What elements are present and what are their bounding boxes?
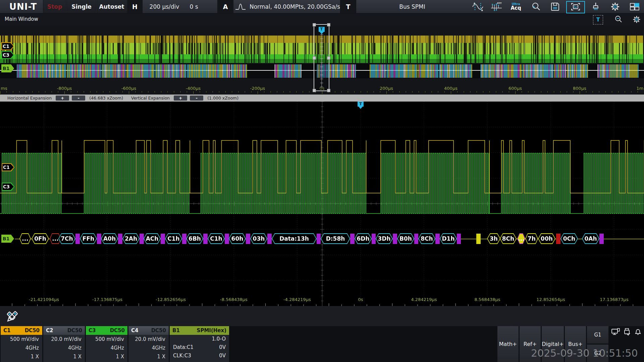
b1-bus-badge[interactable]: B1 xyxy=(1,235,14,243)
v-zoom-readout: (1.000 xZoom) xyxy=(207,96,238,101)
h-expansion-plus-button[interactable]: + xyxy=(56,96,69,101)
bus-separator-bar xyxy=(118,234,122,244)
v-expansion-plus-button[interactable]: + xyxy=(174,96,187,101)
axis-tick-label: 600µs xyxy=(508,86,522,91)
bus-frame: 3Dh xyxy=(376,233,393,244)
axis-tick-label: -4.284219µs xyxy=(283,297,311,302)
bus-card-b1[interactable]: B1 SPMI(Hex) 1.0-O Data:C1 0V CLK:C3 0V xyxy=(170,326,229,362)
c1-channel-badge[interactable]: C1 xyxy=(2,163,14,171)
screenshot-icon[interactable] xyxy=(567,0,584,13)
axis-tick-label: 200µs xyxy=(380,86,393,91)
box-handle[interactable] xyxy=(327,89,330,92)
bus-frame: 0Ch xyxy=(560,233,578,244)
text-annotation-icon[interactable]: T xyxy=(593,15,603,24)
bus-frame: ... xyxy=(517,233,525,244)
window-menubar: Main Window T xyxy=(0,13,644,25)
ultra-acq-icon[interactable]: Ultra Acq xyxy=(507,0,525,13)
c3-channel-badge[interactable]: C3 xyxy=(2,183,14,191)
c3-probe: 1 X xyxy=(86,352,127,361)
bus-separator-bar xyxy=(599,234,604,244)
trigger-menu-button[interactable]: T xyxy=(340,0,356,13)
v-expansion-label: Vertical Expansion xyxy=(131,96,170,101)
lower-tools-row xyxy=(0,306,644,326)
bus-frame: A0h xyxy=(101,233,118,244)
c4-scale: 20.0 mV/div xyxy=(128,335,169,344)
channel-card-c1[interactable]: C1 DC50 500 mV/div 4GHz 1 X xyxy=(1,326,42,362)
settings-icon-small[interactable] xyxy=(632,15,641,24)
acquire-menu-button[interactable]: A xyxy=(217,0,233,13)
axis-tick-label: 0s xyxy=(358,297,363,302)
bus-separator-bar xyxy=(414,234,418,244)
g1-group-button[interactable]: G1 xyxy=(587,326,608,344)
bus-frame: 6Bh xyxy=(186,233,203,244)
annotation-pencils-icon[interactable] xyxy=(5,310,19,324)
overview-c1-badge[interactable]: C1 xyxy=(1,42,14,50)
horizontal-menu-button[interactable]: H xyxy=(127,0,143,13)
bus-separator-bar xyxy=(393,234,397,244)
bus-frame: B0h xyxy=(397,233,414,244)
axis-tick-label: 8.568438µs xyxy=(474,297,500,302)
channel-card-c4[interactable]: C4 DC50 20.0 mV/div 4GHz 1 X xyxy=(128,326,169,362)
acquisition-readout[interactable]: Normal, 40.00MPts, 20.00GSa/s xyxy=(235,0,340,13)
single-button[interactable]: Single xyxy=(67,0,96,13)
autoset-button[interactable]: Autoset xyxy=(97,0,127,13)
run-stop-button[interactable]: Stop xyxy=(43,0,66,13)
display-output-icon[interactable] xyxy=(611,328,620,336)
bus-frame: C1h xyxy=(208,233,225,244)
box-handle[interactable] xyxy=(327,23,330,26)
overview-b1-badge[interactable]: B1 xyxy=(1,64,14,72)
clear-icon[interactable] xyxy=(587,0,604,13)
timebase-readout[interactable]: 200 µs/div xyxy=(144,0,184,13)
search-icon[interactable] xyxy=(527,0,545,13)
v-expansion-minus-button[interactable]: - xyxy=(190,96,203,101)
trigger-readout[interactable]: Bus SPMI xyxy=(356,0,468,13)
box-handle[interactable] xyxy=(327,56,330,60)
zoom-window-box[interactable]: T xyxy=(314,24,329,91)
bus-separator-bar xyxy=(246,234,250,244)
screenshot-active-frame xyxy=(566,1,585,13)
bus-frame: 0Ah xyxy=(582,233,599,244)
display-layout-icon[interactable] xyxy=(626,0,643,13)
main-graticule[interactable]: T C1 C3 B1 ...0Fh...7ChFFhA0h2AhAChC1h6B… xyxy=(0,102,644,306)
c2-bandwidth: 4GHz xyxy=(43,344,85,352)
status-icon-tray xyxy=(611,328,643,336)
usb-device-icon[interactable] xyxy=(623,328,631,336)
box-handle[interactable] xyxy=(313,56,316,60)
axis-tick-label: -400µs xyxy=(186,86,201,91)
h-expansion-minus-button[interactable]: - xyxy=(72,96,85,101)
c4-bandwidth: 4GHz xyxy=(128,344,169,352)
main-trigger-flag[interactable]: T xyxy=(358,102,364,107)
bus-frame: ... xyxy=(19,233,31,244)
fft-icon[interactable]: FFT xyxy=(488,0,505,13)
channel-card-c3[interactable]: C3 DC50 500 mV/div 4GHz 1 X xyxy=(86,326,127,362)
bus-frame: 8Ch xyxy=(500,233,517,244)
notification-bell-icon[interactable] xyxy=(634,328,642,336)
overview-c3-badge[interactable]: C3 xyxy=(1,51,14,59)
cursors-icon[interactable]: A B xyxy=(469,0,487,13)
horizontal-offset-readout[interactable]: 0 s xyxy=(184,0,204,13)
math-add-button[interactable]: Math+ xyxy=(497,326,519,362)
save-icon[interactable] xyxy=(546,0,564,13)
zoom-out-icon[interactable] xyxy=(614,15,623,24)
uni-t-logo: UNI-T xyxy=(5,0,42,13)
bus-frame: 6Dh xyxy=(355,233,372,244)
axis-tick-label: -21.421094µs xyxy=(29,297,59,302)
c3-coupling: DC50 xyxy=(110,327,125,334)
settings-icon[interactable] xyxy=(606,0,624,13)
bus-frame: 60h xyxy=(229,233,246,244)
waveform-overview[interactable]: ms-800µs-600µs-400µs-200µs0s200µs400µs60… xyxy=(0,25,644,95)
c3-bandwidth: 4GHz xyxy=(86,344,127,352)
box-handle[interactable] xyxy=(313,89,316,92)
b1-version: 1.0-O xyxy=(212,335,226,343)
bus-frame: D1h xyxy=(440,233,457,244)
bus-separator-bar xyxy=(435,234,440,244)
overview-trigger-flag[interactable]: T xyxy=(319,27,325,32)
channel-card-c2[interactable]: C2 DC50 20.0 mV/div 4GHz 1 X xyxy=(43,326,85,362)
svg-text:A: A xyxy=(474,2,475,4)
c4-name: C4 xyxy=(131,327,138,334)
bus-separator-bar xyxy=(372,234,376,244)
axis-tick-label: 1m xyxy=(637,86,644,91)
c1-probe: 1 X xyxy=(1,352,42,361)
box-handle[interactable] xyxy=(313,23,316,26)
axis-tick-label: -12.852656µs xyxy=(156,297,186,302)
